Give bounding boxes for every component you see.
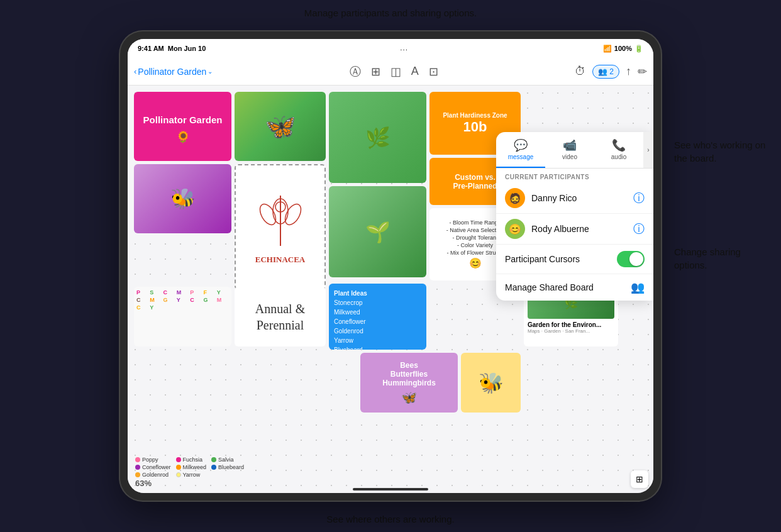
toolbar-center: Ⓐ ⊞ ◫ A ⊡ bbox=[218, 64, 570, 79]
canvas-area: Pollinator Garden 🌻 🦋 🌿 Plant Hardiness … bbox=[128, 86, 653, 493]
colorful-grid-tile: PSCMPF YCMGYC GMCY bbox=[134, 287, 231, 346]
clock-icon[interactable]: ⏱ bbox=[575, 65, 586, 78]
avatar-danny: 🧔 bbox=[505, 188, 525, 208]
share-icon[interactable]: ↑ bbox=[626, 65, 631, 78]
avatar-rody: 😊 bbox=[505, 219, 525, 239]
grid-view-icon[interactable]: ⊞ bbox=[631, 470, 648, 488]
annotation-right-bottom: Change sharing options. bbox=[674, 245, 775, 272]
tab-audio-label: audio bbox=[611, 153, 626, 160]
status-right: 📶 100% 🔋 bbox=[603, 45, 643, 53]
participant-name-danny: Danny Rico bbox=[531, 193, 627, 203]
legend-item-milkweed: Milkweed bbox=[176, 464, 207, 470]
scene: Manage participants and sharing options.… bbox=[0, 0, 781, 532]
flower-drawing-tile: ECHINACEA bbox=[235, 164, 326, 290]
butterfly-photo-tile: 🦋 bbox=[235, 92, 326, 161]
annotation-right-top: See who's working on the board. bbox=[674, 138, 775, 165]
legend-item-salvia: Salvia bbox=[211, 457, 244, 463]
legend-item-yarrow: Yarrow bbox=[176, 472, 207, 478]
garden-photo2-tile: 🌱 bbox=[329, 186, 426, 277]
manage-shared-board-icon[interactable]: 👥 bbox=[631, 280, 645, 294]
layers-icon[interactable]: ◫ bbox=[390, 65, 401, 79]
wifi-icon: 📶 bbox=[603, 45, 612, 53]
legend-item-coneflower: Coneflower bbox=[135, 464, 171, 470]
ipad-frame: 9:41 AM Mon Jun 10 ... 📶 100% 🔋 ‹ Pollin… bbox=[120, 31, 661, 501]
legend-dot-bluebeard bbox=[211, 465, 216, 470]
participant-cursors-toggle[interactable] bbox=[617, 251, 645, 267]
annual-perennial-tile: Annual &Perennial bbox=[235, 287, 326, 346]
participant-name-rody: Rody Albuerne bbox=[531, 224, 627, 234]
legend-dot-salvia bbox=[211, 457, 216, 462]
legend-dot-coneflower bbox=[135, 465, 140, 470]
home-indicator bbox=[353, 488, 428, 490]
legend-dot-milkweed bbox=[176, 465, 181, 470]
tab-video[interactable]: 📹 video bbox=[545, 132, 594, 168]
pencil-circle-icon[interactable]: Ⓐ bbox=[350, 64, 361, 79]
status-left: 9:41 AM Mon Jun 10 bbox=[138, 45, 206, 52]
info-icon-danny[interactable]: ⓘ bbox=[633, 191, 645, 206]
collab-count: 2 bbox=[609, 67, 614, 76]
audio-icon: 📞 bbox=[612, 138, 626, 152]
text-icon[interactable]: A bbox=[411, 65, 419, 78]
battery: 100% bbox=[614, 45, 632, 52]
toolbar: ‹ Pollinator Garden ⌄ Ⓐ ⊞ ◫ A ⊡ ⏱ 👥 2 bbox=[128, 58, 653, 86]
image-icon[interactable]: ⊡ bbox=[429, 65, 438, 79]
ipad-screen: 9:41 AM Mon Jun 10 ... 📶 100% 🔋 ‹ Pollin… bbox=[128, 39, 653, 493]
tab-audio[interactable]: 📞 audio bbox=[594, 132, 643, 168]
participant-cursors-label: Participant Cursors bbox=[505, 254, 611, 264]
legend-item-bluebeard: Bluebeard bbox=[211, 464, 244, 470]
bee-photo-tile: 🐝 bbox=[134, 164, 231, 233]
legend-item-goldenrod: Goldenrod bbox=[135, 472, 171, 478]
battery-icon: 🔋 bbox=[634, 45, 643, 53]
pollinator-title-tile: Pollinator Garden 🌻 bbox=[134, 92, 231, 161]
progress-percent: 63% bbox=[135, 479, 152, 488]
status-center: ... bbox=[401, 46, 409, 52]
garden-photo1-tile: 🌿 bbox=[329, 92, 426, 183]
plant-ideas-tile: Plant Ideas StonecropMilkweedConeflowerG… bbox=[329, 284, 426, 350]
dots: ... bbox=[401, 46, 409, 52]
video-icon: 📹 bbox=[563, 138, 577, 152]
tab-video-label: video bbox=[562, 153, 577, 160]
collab-panel: 💬 message 📹 video 📞 audio › bbox=[496, 132, 653, 301]
edit-icon[interactable]: ✏ bbox=[638, 65, 647, 79]
chevron-down-icon: ⌄ bbox=[208, 68, 213, 75]
legend-item-fuchsia: Fuchsia bbox=[176, 457, 207, 463]
legend-item-poppy: Poppy bbox=[135, 457, 171, 463]
bee-tile: 🐝 bbox=[461, 353, 521, 413]
participant-rody: 😊 Rody Albuerne ⓘ bbox=[496, 214, 653, 245]
collab-tabs: 💬 message 📹 video 📞 audio › bbox=[496, 132, 653, 169]
people-icon: 👥 bbox=[598, 67, 607, 76]
time: 9:41 AM bbox=[138, 45, 164, 52]
message-icon: 💬 bbox=[514, 138, 528, 152]
date: Mon Jun 10 bbox=[168, 45, 206, 52]
legend-dot-yarrow bbox=[176, 472, 181, 477]
board-legend: Poppy Fuchsia Salvia Coneflower bbox=[135, 457, 244, 478]
butterflies-tile: Bees Butterflies Hummingbirds 🦋 bbox=[360, 353, 458, 413]
flower-svg bbox=[255, 189, 306, 252]
annotation-bottom: See where others are working. bbox=[326, 513, 454, 526]
back-arrow: ‹ bbox=[134, 67, 136, 76]
participant-cursors-option: Participant Cursors bbox=[496, 245, 653, 274]
participants-section-label: CURRENT PARTICIPANTS bbox=[496, 169, 653, 183]
collab-button[interactable]: 👥 2 bbox=[592, 65, 619, 79]
progress-area: 63% bbox=[135, 479, 152, 488]
legend-dot-goldenrod bbox=[135, 472, 140, 477]
annotation-top: Manage participants and sharing options. bbox=[304, 6, 477, 19]
manage-shared-board-row[interactable]: Manage Shared Board 👥 bbox=[496, 274, 653, 301]
tab-message[interactable]: 💬 message bbox=[496, 132, 545, 168]
legend-dot-fuchsia bbox=[176, 457, 181, 462]
panel-close-handle[interactable]: › bbox=[643, 132, 653, 168]
back-label: Pollinator Garden bbox=[138, 67, 206, 77]
tab-message-label: message bbox=[508, 153, 534, 160]
manage-shared-board-label: Manage Shared Board bbox=[505, 282, 624, 292]
back-button[interactable]: ‹ Pollinator Garden ⌄ bbox=[134, 67, 213, 77]
toolbar-right: ⏱ 👥 2 ↑ ✏ bbox=[575, 65, 647, 79]
info-icon-rody[interactable]: ⓘ bbox=[633, 221, 645, 236]
legend-dot-poppy bbox=[135, 457, 140, 462]
participant-danny: 🧔 Danny Rico ⓘ bbox=[496, 183, 653, 214]
status-bar: 9:41 AM Mon Jun 10 ... 📶 100% 🔋 bbox=[128, 39, 653, 58]
media-icon[interactable]: ⊞ bbox=[371, 65, 380, 79]
